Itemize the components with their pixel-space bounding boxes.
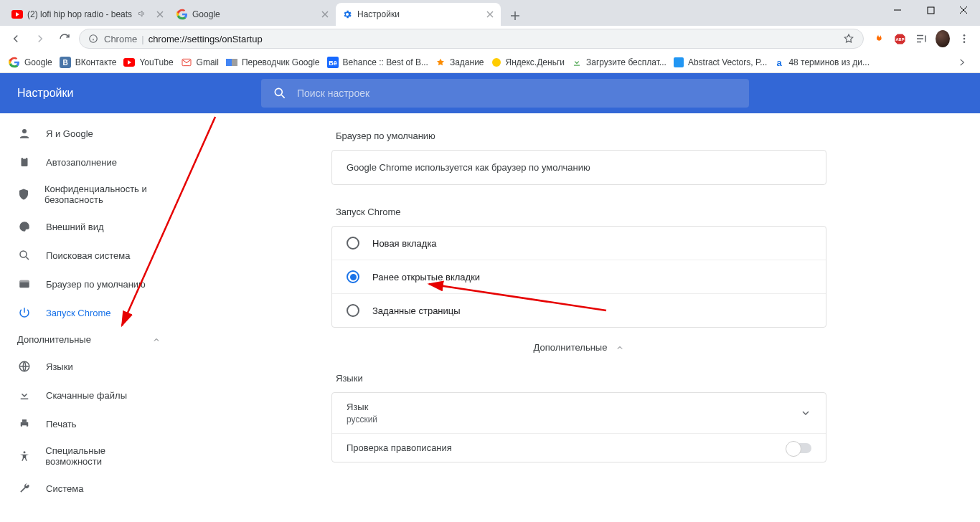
default-browser-text: Google Chrome используется как браузер п… (347, 162, 590, 173)
tab-close-icon[interactable] (485, 9, 495, 19)
tab-close-icon[interactable] (155, 9, 165, 19)
startup-option-new-tab[interactable]: Новая вкладка (332, 227, 826, 260)
content-advanced-toggle[interactable]: Дополнительные (331, 328, 826, 367)
startup-option-continue[interactable]: Ранее открытые вкладки (332, 260, 826, 293)
svg-rect-25 (19, 280, 29, 283)
bookmark-item[interactable]: BēBehance :: Best of B... (327, 57, 428, 68)
sidebar-item-autofill[interactable]: Автозаполнение (0, 148, 178, 176)
tab-strip: (2) lofi hip hop radio - beats Google На… (0, 0, 525, 26)
window-titlebar: (2) lofi hip hop radio - beats Google На… (0, 0, 980, 26)
bookmarks-overflow-button[interactable] (953, 57, 971, 67)
sidebar-item-on-startup[interactable]: Запуск Chrome (0, 298, 178, 327)
yandex-money-icon (491, 57, 501, 67)
extension-adblock-icon[interactable]: ABP (892, 32, 907, 46)
browser-tab-0[interactable]: (2) lofi hip hop radio - beats (6, 3, 171, 26)
language-row[interactable]: Язык русский (332, 393, 826, 433)
settings-sidebar-scroll[interactable]: Я и Google Автозаполнение Конфиденциальн… (0, 113, 178, 522)
vk-icon: B (60, 57, 71, 68)
svg-rect-12 (232, 59, 237, 66)
svg-point-19 (275, 88, 282, 95)
sidebar-item-default-browser[interactable]: Браузер по умолчанию (0, 270, 178, 298)
reload-button[interactable] (55, 29, 75, 49)
download-icon (17, 388, 32, 402)
tab-close-icon[interactable] (320, 9, 330, 19)
search-icon (17, 248, 32, 262)
site-info-icon[interactable] (88, 34, 98, 44)
spellcheck-row[interactable]: Проверка правописания (332, 433, 826, 462)
bookmark-item[interactable]: Google (9, 57, 52, 68)
window-controls (881, 0, 980, 26)
browser-toolbar: Chrome | chrome://settings/onStartup ABP (0, 26, 980, 52)
globe-icon (17, 359, 32, 374)
svg-text:ABP: ABP (895, 37, 904, 41)
new-tab-button[interactable] (505, 6, 525, 26)
browser-tab-2[interactable]: Настройки (336, 3, 501, 26)
address-bar[interactable]: Chrome | chrome://settings/onStartup (79, 29, 864, 49)
profile-avatar[interactable] (936, 32, 950, 46)
svg-rect-22 (23, 157, 27, 159)
advanced-toggle-label: Дополнительные (534, 342, 608, 353)
wrench-icon (17, 481, 32, 495)
sidebar-item-label: Конфиденциальность и безопасность (44, 184, 161, 205)
sidebar-item-appearance[interactable]: Внешний вид (0, 212, 178, 241)
bookmark-item[interactable]: Яндекс.Деньги (491, 57, 565, 67)
window-maximize-button[interactable] (914, 0, 947, 20)
svg-rect-16 (574, 65, 580, 65)
bookmark-item[interactable]: a48 терминов из ди... (774, 57, 870, 67)
sidebar-item-printing[interactable]: Печать (0, 409, 178, 438)
behance-icon: Bē (327, 57, 339, 68)
youtube-icon (11, 9, 23, 20)
browser-tab-1[interactable]: Google (171, 3, 336, 26)
sidebar-advanced-toggle[interactable]: Дополнительные (0, 327, 178, 352)
google-g-icon (9, 57, 20, 68)
window-close-button[interactable] (947, 0, 980, 20)
bookmark-item[interactable]: Задание (435, 57, 484, 67)
bookmark-item[interactable]: Abstract Vectors, P... (674, 57, 768, 67)
svg-rect-11 (226, 59, 232, 66)
settings-body: Я и Google Автозаполнение Конфиденциальн… (0, 113, 980, 522)
sidebar-item-search-engine[interactable]: Поисковая система (0, 241, 178, 270)
sidebar-item-privacy[interactable]: Конфиденциальность и безопасность (0, 176, 178, 212)
bookmark-item[interactable]: Загрузите бесплат... (572, 57, 666, 67)
shield-icon (17, 187, 30, 201)
bookmark-item[interactable]: Переводчик Google (226, 57, 320, 68)
browser-icon (17, 277, 32, 291)
sidebar-item-you-and-google[interactable]: Я и Google (0, 119, 178, 148)
spellcheck-label: Проверка правописания (347, 442, 452, 453)
sidebar-item-downloads[interactable]: Скачанные файлы (0, 381, 178, 409)
settings-title: Настройки (17, 87, 204, 100)
settings-content-scroll[interactable]: Браузер по умолчанию Google Chrome испол… (178, 113, 980, 522)
chrome-menu-icon[interactable] (957, 32, 971, 46)
settings-search[interactable] (261, 79, 749, 108)
reading-list-icon[interactable] (914, 32, 928, 46)
bookmark-item[interactable]: Gmail (181, 57, 219, 68)
url-path: chrome://settings/onStartup (149, 34, 263, 44)
url-separator: | (141, 34, 143, 44)
bookmark-item[interactable]: BВКонтакте (60, 57, 117, 68)
sidebar-item-label: Автозаполнение (46, 157, 117, 168)
generic-favicon (674, 57, 684, 67)
forward-button[interactable] (30, 29, 50, 49)
startup-option-specific-pages[interactable]: Заданные страницы (332, 293, 826, 327)
toggle-switch[interactable] (787, 443, 811, 453)
bookmark-item[interactable]: YouTube (123, 57, 173, 68)
bookmarks-bar: Google BВКонтакте YouTube Gmail Переводч… (0, 52, 980, 73)
tab-title: Настройки (357, 9, 481, 19)
sidebar-item-languages[interactable]: Языки (0, 352, 178, 381)
translate-icon (226, 57, 237, 68)
back-button[interactable] (6, 29, 26, 49)
audio-playing-icon (138, 9, 148, 19)
sidebar-item-accessibility[interactable]: Специальные возможности (0, 438, 178, 474)
settings-search-input[interactable] (297, 87, 738, 99)
extension-flame-icon[interactable] (871, 32, 885, 46)
window-minimize-button[interactable] (881, 0, 914, 20)
section-languages-title: Языки (336, 373, 826, 384)
svg-rect-30 (22, 425, 27, 428)
sidebar-item-system[interactable]: Система (0, 474, 178, 503)
language-value: русский (347, 414, 377, 424)
sidebar-item-label: Я и Google (46, 128, 93, 139)
url-origin: Chrome (104, 34, 137, 44)
svg-point-15 (492, 58, 501, 67)
star-bookmark-icon[interactable] (843, 33, 854, 44)
settings-sidebar: Я и Google Автозаполнение Конфиденциальн… (0, 113, 178, 508)
